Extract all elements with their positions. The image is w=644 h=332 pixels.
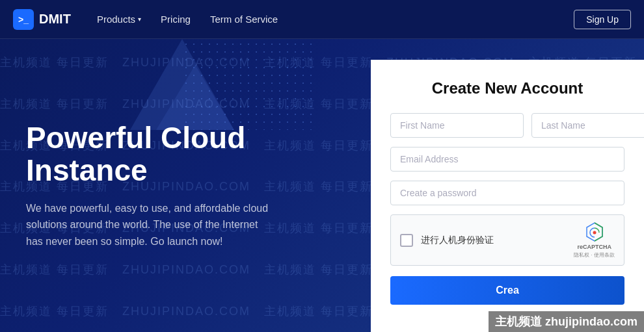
svg-point-0 bbox=[593, 231, 596, 235]
create-account-button[interactable]: Crea bbox=[390, 276, 624, 305]
logo-text: DMIT bbox=[39, 12, 71, 27]
name-row bbox=[390, 113, 624, 138]
recaptcha-label: 进行人机身份验证 bbox=[421, 235, 494, 246]
hero-description: We have powerful, easy to use, and affor… bbox=[26, 200, 273, 250]
email-input[interactable] bbox=[390, 147, 624, 172]
recaptcha-logo: reCAPTCHA 隐私权 · 使用条款 bbox=[574, 222, 615, 259]
password-input[interactable] bbox=[390, 181, 624, 205]
form-panel: Create New Account 进行人机身份验证 reCAPTCHA 隐私… bbox=[371, 60, 644, 332]
first-name-input[interactable] bbox=[390, 113, 524, 138]
chevron-down-icon: ▾ bbox=[138, 16, 141, 23]
navbar: >_ DMIT Products ▾ Pricing Term of Servi… bbox=[0, 0, 644, 39]
last-name-input[interactable] bbox=[531, 113, 644, 138]
recaptcha-left: 进行人机身份验证 bbox=[400, 234, 494, 247]
nav-pricing-label: Pricing bbox=[161, 14, 191, 25]
nav-products-label: Products bbox=[97, 14, 135, 25]
recaptcha-icon bbox=[584, 222, 605, 242]
nav-tos[interactable]: Term of Service bbox=[210, 14, 278, 25]
recaptcha-checkbox[interactable] bbox=[400, 234, 413, 247]
recaptcha-widget[interactable]: 进行人机身份验证 reCAPTCHA 隐私权 · 使用条款 bbox=[390, 214, 624, 266]
hero-section: Powerful Cloud Instance We have powerful… bbox=[0, 39, 364, 332]
recaptcha-brand-label: reCAPTCHA bbox=[577, 244, 611, 250]
nav-products[interactable]: Products ▾ bbox=[97, 14, 141, 25]
hero-title: Powerful Cloud Instance bbox=[26, 121, 338, 187]
nav-tos-label: Term of Service bbox=[210, 14, 278, 25]
signup-button[interactable]: Sign Up bbox=[574, 10, 631, 29]
logo[interactable]: >_ DMIT bbox=[13, 9, 71, 30]
logo-icon: >_ bbox=[13, 9, 34, 30]
nav-pricing[interactable]: Pricing bbox=[161, 14, 191, 25]
recaptcha-links: 隐私权 · 使用条款 bbox=[574, 251, 615, 259]
nav-links: Products ▾ Pricing Term of Service bbox=[97, 14, 574, 25]
form-title: Create New Account bbox=[390, 79, 624, 97]
bottom-watermark-bar: 主机频道 zhujipindao.com bbox=[489, 311, 644, 332]
watermark-logo-text: 主机频道 zhujipindao.com bbox=[495, 314, 637, 329]
